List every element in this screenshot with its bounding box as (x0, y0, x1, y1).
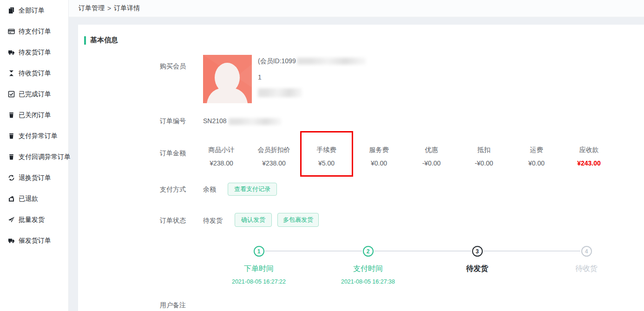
sidebar-item-urge-shipment[interactable]: 催发货订单 (0, 230, 68, 251)
sidebar-item-label: 待支付订单 (19, 27, 51, 36)
sidebar-item-label: 待发货订单 (19, 48, 51, 57)
step-title: 下单时间 (208, 264, 310, 274)
sidebar-item-payment-abnormal[interactable]: 支付异常订单 (0, 126, 68, 146)
sidebar-item-return-exchange[interactable]: 退换货订单 (0, 167, 68, 188)
member-line2: 1 (258, 73, 262, 81)
confirm-ship-button[interactable]: 确认发货 (235, 213, 272, 227)
sidebar-item-completed[interactable]: 已完成订单 (0, 84, 68, 105)
buyer-member-label: 购买会员 (160, 62, 186, 71)
sidebar-item-all-orders[interactable]: 全部订单 (0, 0, 68, 21)
view-payment-records-button[interactable]: 查看支付记录 (228, 183, 277, 196)
step-number-badge: 3 (472, 246, 483, 257)
step-number-badge: 2 (363, 246, 374, 257)
sidebar-item-batch-ship[interactable]: 批量发货 (0, 209, 68, 230)
sidebar-item-label: 退换货订单 (19, 174, 51, 182)
amount-col-handling-fee: 手续费 ¥5.00 (300, 146, 353, 167)
export-icon (8, 195, 15, 202)
amount-col-receivable: 应收款 ¥243.00 (563, 146, 615, 167)
credit-card-icon (8, 28, 15, 35)
amount-col-service-fee: 服务费 ¥0.00 (353, 146, 405, 167)
amount-col-discount: 优惠 -¥0.00 (405, 146, 458, 167)
refresh-icon (8, 174, 15, 181)
step-title: 支付时间 (317, 264, 419, 274)
order-sidebar: 全部订单 待支付订单 待发货订单 待收货订单 已完成订单 已关闭订单 支付异常订… (0, 0, 69, 311)
multi-package-ship-button[interactable]: 多包裹发货 (277, 213, 319, 227)
order-progress-timeline: 1 下单时间 2021-08-05 16:27:22 2 支付时间 2021-0… (78, 246, 644, 288)
trash-icon (8, 112, 15, 119)
breadcrumb-order-management[interactable]: 订单管理 (79, 4, 105, 13)
order-no-label: 订单编号 (160, 117, 186, 126)
user-remark-label: 用户备注 (160, 301, 186, 310)
sidebar-item-label: 待收货订单 (19, 69, 51, 78)
timeline-step-pending-receipt: 4 待收货 (535, 246, 637, 278)
step-number-badge: 4 (581, 246, 592, 257)
timeline-step-order-time: 1 下单时间 2021-08-05 16:27:22 (208, 246, 310, 285)
sidebar-item-label: 已关闭订单 (19, 111, 51, 119)
sidebar-item-label: 支付回调异常订单 (19, 153, 71, 161)
order-detail-card: 基本信息 购买会员 (会员ID:1099 1 订单编号 SN2108 订单金额 … (78, 25, 644, 311)
step-title: 待收货 (535, 264, 637, 274)
order-no-redacted (229, 118, 281, 125)
amount-col-deduction: 抵扣 -¥0.00 (458, 146, 510, 167)
sidebar-item-label: 支付异常订单 (19, 132, 58, 140)
sidebar-item-label: 催发货订单 (19, 237, 51, 245)
send-icon (8, 216, 15, 223)
breadcrumb-order-detail: 订单详情 (114, 4, 140, 13)
amount-col-member-discount: 会员折扣价 ¥238.00 (248, 146, 300, 167)
member-id-redacted (297, 58, 366, 65)
section-title: 基本信息 (90, 36, 118, 45)
check-square-icon (8, 91, 15, 98)
sidebar-item-refunded[interactable]: 已退款 (0, 188, 68, 209)
truck-icon (8, 237, 15, 244)
order-status-label: 订单状态 (160, 217, 186, 225)
order-status-value: 待发货 (203, 217, 223, 225)
sidebar-item-pending-receipt[interactable]: 待收货订单 (0, 63, 68, 84)
sidebar-item-label: 已完成订单 (19, 90, 51, 99)
amount-col-shipping-fee: 运费 ¥0.00 (510, 146, 563, 167)
sidebar-item-pending-payment[interactable]: 待支付订单 (0, 21, 68, 42)
trash-icon (8, 153, 15, 160)
sidebar-item-pending-shipment[interactable]: 待发货订单 (0, 42, 68, 63)
order-amount-label: 订单金额 (160, 149, 186, 158)
order-amount-columns: 商品小计 ¥238.00 会员折扣价 ¥238.00 手续费 ¥5.00 服务费… (195, 146, 615, 167)
timeline-step-pending-shipment: 3 待发货 (426, 246, 528, 278)
sidebar-item-label: 批量发货 (19, 216, 45, 224)
member-name-redacted (258, 88, 302, 97)
order-no-prefix: SN2108 (203, 117, 227, 125)
payment-method-label: 支付方式 (160, 185, 186, 194)
member-info: (会员ID:1099 1 (258, 57, 366, 105)
breadcrumb-separator: > (107, 5, 111, 12)
amount-col-goods-subtotal: 商品小计 ¥238.00 (195, 146, 248, 167)
trash-icon (8, 132, 15, 139)
sidebar-item-label: 已退款 (19, 195, 38, 203)
sidebar-item-callback-abnormal[interactable]: 支付回调异常订单 (0, 146, 68, 167)
section-accent-bar (84, 36, 86, 45)
step-timestamp: 2021-08-05 16:27:22 (208, 278, 310, 285)
step-timestamp: 2021-08-05 16:27:38 (317, 278, 419, 285)
section-basic-info: 基本信息 (84, 36, 118, 45)
receive-arrows-icon (8, 70, 15, 77)
payment-method-value: 余额 (203, 185, 216, 194)
timeline-step-payment-time: 2 支付时间 2021-08-05 16:27:38 (317, 246, 419, 285)
copy-icon (8, 7, 15, 14)
step-title: 待发货 (426, 264, 528, 274)
member-avatar (203, 55, 252, 103)
step-number-badge: 1 (254, 246, 264, 257)
breadcrumb: 订单管理 > 订单详情 (69, 0, 644, 17)
member-id-text: (会员ID:1099 (258, 57, 296, 66)
order-no-value: SN2108 (203, 117, 281, 125)
sidebar-item-closed[interactable]: 已关闭订单 (0, 105, 68, 126)
truck-icon (8, 49, 15, 56)
sidebar-item-label: 全部订单 (19, 7, 45, 15)
